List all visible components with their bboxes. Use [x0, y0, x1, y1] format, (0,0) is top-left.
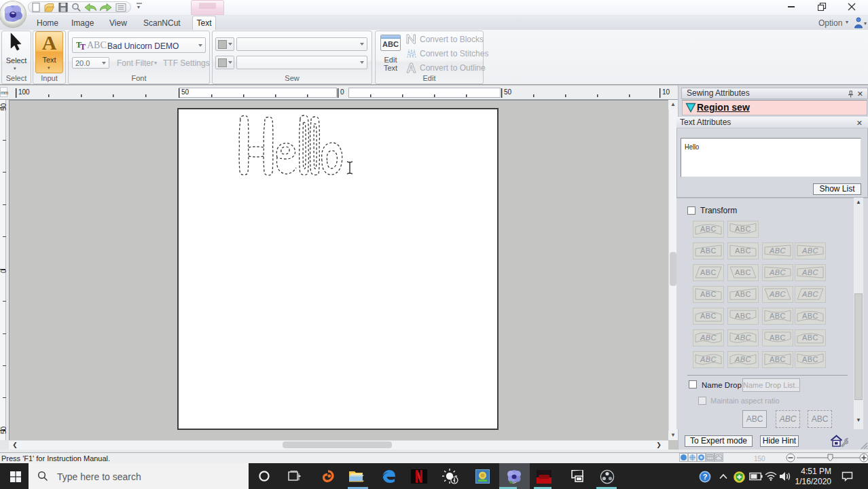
- svg-text:50: 50: [0, 426, 6, 434]
- svg-text:0: 0: [340, 88, 344, 96]
- svg-text:50: 50: [181, 88, 189, 96]
- svg-text:?: ?: [703, 473, 708, 481]
- svg-text:50: 50: [504, 88, 512, 96]
- svg-text:0: 0: [0, 269, 6, 273]
- svg-text:10: 10: [662, 88, 670, 96]
- svg-text:100: 100: [18, 88, 30, 96]
- svg-text:T: T: [80, 42, 86, 51]
- svg-text:50: 50: [0, 103, 6, 111]
